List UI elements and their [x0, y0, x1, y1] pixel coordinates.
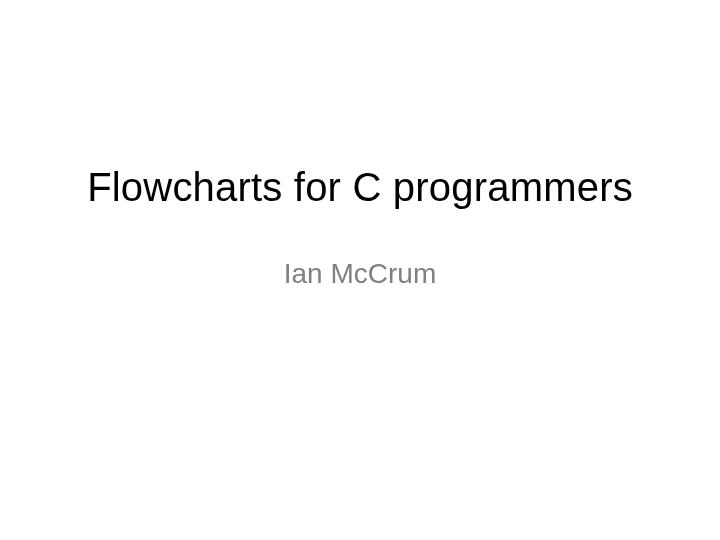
- slide-title: Flowcharts for C programmers: [87, 165, 633, 210]
- slide-subtitle: Ian McCrum: [284, 258, 436, 290]
